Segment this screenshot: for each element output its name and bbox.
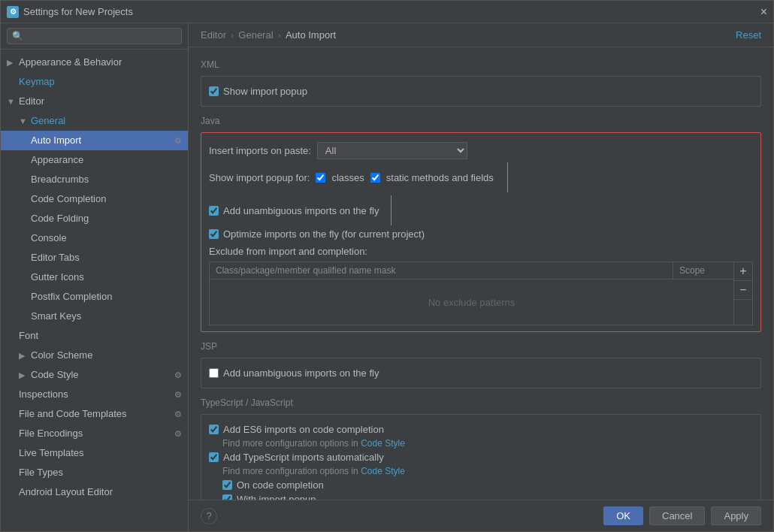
insert-imports-select[interactable]: All Ask None xyxy=(317,142,467,159)
sidebar-item-console[interactable]: Console xyxy=(1,228,188,248)
jsp-add-unambiguous-checkbox[interactable] xyxy=(209,368,219,378)
sidebar-item-label: Code Completion xyxy=(31,191,106,207)
sidebar-item-file-types[interactable]: File Types xyxy=(1,463,188,482)
jsp-section-box: Add unambiguous imports on the fly xyxy=(201,358,761,388)
on-completion-checkbox[interactable] xyxy=(222,480,232,490)
sidebar-item-android-layout-editor[interactable]: Android Layout Editor xyxy=(1,482,188,502)
optimize-imports-label: Optimize imports on the fly (for current… xyxy=(223,228,425,240)
exclude-col-name: Class/package/member qualified name mask xyxy=(210,262,673,279)
find-more-2-row: Find more configuration options in Code … xyxy=(209,466,753,476)
app-icon: ⚙ xyxy=(7,6,19,18)
insert-imports-row: Insert imports on paste: All Ask None xyxy=(209,142,753,159)
sidebar-item-color-scheme[interactable]: ▶ Color Scheme xyxy=(1,346,188,365)
code-style-link-2[interactable]: Code Style xyxy=(361,466,405,476)
sidebar-item-label: File Types xyxy=(19,464,63,481)
main-content: XML Show import popup Java Insert import… xyxy=(189,47,773,500)
add-unambiguous-checkbox[interactable] xyxy=(209,206,219,216)
find-more-1-row: Find more configuration options in Code … xyxy=(209,438,753,449)
sidebar-item-label: Color Scheme xyxy=(31,347,92,364)
sidebar-item-label: File Encodings xyxy=(19,425,83,442)
sidebar-item-label: Appearance & Behavior xyxy=(19,54,122,71)
settings-icon: ⚙ xyxy=(174,132,182,149)
sidebar-item-label: Smart Keys xyxy=(31,308,81,325)
xml-section-box: Show import popup xyxy=(201,76,761,107)
optimize-imports-checkbox[interactable] xyxy=(209,229,219,239)
search-input[interactable] xyxy=(7,28,182,44)
es6-checkbox[interactable] xyxy=(209,425,219,434)
exclude-table-outer: Class/package/member qualified name mask… xyxy=(209,261,753,325)
sidebar-item-smart-keys[interactable]: Smart Keys xyxy=(1,307,188,326)
add-exclude-button[interactable]: + xyxy=(734,262,752,281)
sidebar-item-editor-tabs[interactable]: Editor Tabs xyxy=(1,248,188,268)
main-header: Editor › General › Auto Import Reset xyxy=(189,23,773,47)
java-section-title: Java xyxy=(201,116,761,126)
sidebar-item-gutter-icons[interactable]: Gutter Icons xyxy=(1,268,188,287)
sidebar-item-code-folding[interactable]: Code Folding xyxy=(1,209,188,228)
with-import-popup-row: With import popup xyxy=(209,494,753,500)
close-button[interactable]: × xyxy=(760,6,767,18)
sidebar-item-inspections[interactable]: Inspections ⚙ xyxy=(1,385,188,404)
with-import-popup-checkbox[interactable] xyxy=(222,494,232,500)
exclude-table-body: No exclude patterns xyxy=(210,280,733,325)
help-button[interactable]: ? xyxy=(201,508,217,524)
classes-label: classes xyxy=(331,172,364,183)
sidebar-item-appearance-behavior[interactable]: ▶ Appearance & Behavior xyxy=(1,53,188,72)
ts-section-title: TypeScript / JavaScript xyxy=(201,397,761,408)
sidebar-item-font[interactable]: Font xyxy=(1,326,188,346)
xml-show-import-popup-checkbox[interactable] xyxy=(209,86,219,96)
xml-show-import-popup-label: Show import popup xyxy=(223,86,307,97)
content-area: ▶ Appearance & Behavior Keymap ▼ Editor … xyxy=(1,23,773,531)
apply-button[interactable]: Apply xyxy=(711,506,761,525)
breadcrumb: Editor › General › Auto Import xyxy=(201,29,336,41)
sidebar-item-live-templates[interactable]: Live Templates xyxy=(1,443,188,463)
title-bar: ⚙ Settings for New Projects × xyxy=(1,1,773,23)
settings-icon: ⚙ xyxy=(174,367,182,383)
sidebar-item-auto-import[interactable]: Auto Import ⚙ xyxy=(1,131,188,150)
settings-icon: ⚙ xyxy=(174,406,182,422)
static-methods-label: static methods and fields xyxy=(386,172,494,183)
sidebar-item-code-style[interactable]: ▶ Code Style ⚙ xyxy=(1,365,188,385)
sidebar-item-editor[interactable]: ▼ Editor xyxy=(1,92,188,111)
es6-row: Add ES6 imports on code completion xyxy=(209,424,753,435)
reset-button[interactable]: Reset xyxy=(736,29,761,41)
sidebar-item-breadcrumbs[interactable]: Breadcrumbs xyxy=(1,170,188,189)
breadcrumb-editor: Editor xyxy=(201,29,226,41)
sidebar-item-label: Breadcrumbs xyxy=(31,171,89,188)
sidebar-item-label: Postfix Completion xyxy=(31,289,112,305)
auto-ts-checkbox[interactable] xyxy=(209,452,219,462)
window-title: Settings for New Projects xyxy=(23,6,133,17)
vertical-divider2 xyxy=(391,195,392,225)
sidebar: ▶ Appearance & Behavior Keymap ▼ Editor … xyxy=(1,23,189,531)
sidebar-item-file-code-templates[interactable]: File and Code Templates ⚙ xyxy=(1,404,188,424)
sidebar-item-label: Editor xyxy=(19,93,44,110)
sidebar-item-label: Inspections xyxy=(19,386,68,403)
code-style-link-1[interactable]: Code Style xyxy=(361,438,405,449)
find-more-2-text: Find more configuration options in xyxy=(222,466,358,476)
sidebar-item-appearance[interactable]: Appearance xyxy=(1,150,188,170)
ts-section-box: Add ES6 imports on code completion Find … xyxy=(201,414,761,500)
settings-icon: ⚙ xyxy=(174,386,182,403)
remove-exclude-button[interactable]: − xyxy=(734,281,752,300)
sidebar-item-postfix-completion[interactable]: Postfix Completion xyxy=(1,287,188,307)
sidebar-item-code-completion[interactable]: Code Completion xyxy=(1,189,188,209)
ok-button[interactable]: OK xyxy=(603,506,643,525)
settings-window: ⚙ Settings for New Projects × ▶ Appearan… xyxy=(0,0,774,532)
exclude-table-header: Class/package/member qualified name mask… xyxy=(210,262,733,280)
sidebar-item-file-encodings[interactable]: File Encodings ⚙ xyxy=(1,424,188,443)
sidebar-item-keymap[interactable]: Keymap xyxy=(1,72,188,92)
es6-label: Add ES6 imports on code completion xyxy=(223,424,384,435)
tree-area: ▶ Appearance & Behavior Keymap ▼ Editor … xyxy=(1,50,188,531)
sidebar-item-general[interactable]: ▼ General xyxy=(1,111,188,131)
arrow-icon: ▶ xyxy=(19,367,31,383)
add-unambiguous-label: Add unambiguous imports on the fly xyxy=(223,205,379,216)
sidebar-item-label: General xyxy=(31,113,65,129)
sidebar-item-label: Appearance xyxy=(31,152,83,168)
vertical-divider xyxy=(507,162,508,192)
sidebar-item-label: Editor Tabs xyxy=(31,249,80,266)
settings-icon: ⚙ xyxy=(174,425,182,442)
insert-imports-label: Insert imports on paste: xyxy=(209,145,311,156)
static-methods-checkbox[interactable] xyxy=(370,173,380,183)
cancel-button[interactable]: Cancel xyxy=(649,506,705,525)
classes-checkbox[interactable] xyxy=(316,173,325,183)
footer: ? OK Cancel Apply xyxy=(189,500,773,531)
